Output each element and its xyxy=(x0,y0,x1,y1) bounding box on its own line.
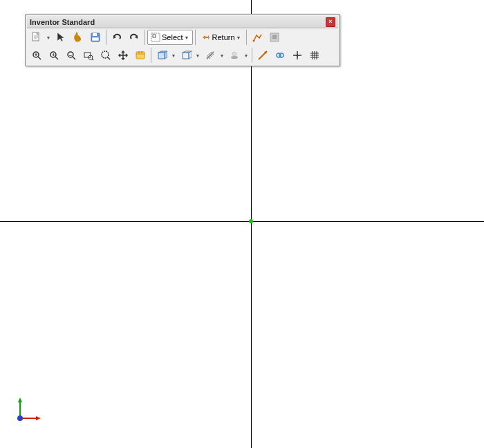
new-btn-group: ▼ xyxy=(28,30,52,45)
undo-button[interactable] xyxy=(109,30,125,45)
select-button-label: Select xyxy=(162,33,183,41)
new-icon xyxy=(31,32,42,43)
undo-icon xyxy=(111,32,122,43)
box-button-arrow[interactable]: ▼ xyxy=(170,48,177,63)
zoom-in-button[interactable]: + xyxy=(46,48,62,63)
svg-marker-3 xyxy=(36,416,41,420)
axis-indicator xyxy=(10,394,44,429)
return-button[interactable]: Return ▼ xyxy=(198,30,245,45)
canvas-area xyxy=(0,0,484,448)
dots-btn-group: ▼ xyxy=(226,48,250,63)
toolbar-row-1: ▼ xyxy=(27,28,338,46)
svg-line-24 xyxy=(38,57,41,59)
save-button[interactable] xyxy=(87,30,104,45)
toolbar-row-2: + – xyxy=(27,46,338,64)
svg-line-37 xyxy=(107,57,110,59)
view-icon xyxy=(135,50,146,61)
select-dropdown-button[interactable]: Select ▼ xyxy=(147,30,193,45)
select-cursor-button[interactable] xyxy=(53,30,69,45)
return-icon xyxy=(201,32,211,42)
select-box-icon xyxy=(151,32,160,42)
gray-button[interactable] xyxy=(266,30,283,45)
zoom-in-icon: + xyxy=(48,50,59,61)
ground-icon xyxy=(229,50,240,61)
svg-point-4 xyxy=(17,416,23,421)
sep-4 xyxy=(246,30,247,45)
zoom-window-button[interactable] xyxy=(80,48,97,63)
new-button-arrow[interactable]: ▼ xyxy=(45,30,52,45)
svg-rect-17 xyxy=(153,35,156,37)
grid-icon xyxy=(309,50,320,61)
svg-marker-47 xyxy=(189,51,192,59)
svg-marker-44 xyxy=(165,51,167,59)
properties-icon xyxy=(269,32,280,43)
box2-button-arrow[interactable]: ▼ xyxy=(194,48,201,63)
box-icon xyxy=(156,50,167,61)
shadow-button[interactable] xyxy=(202,48,218,63)
sep-1 xyxy=(106,30,106,45)
toolbar-close-button[interactable]: × xyxy=(326,17,335,27)
dots-button-arrow[interactable]: ▼ xyxy=(243,48,250,63)
svg-point-52 xyxy=(232,52,236,56)
view-button[interactable] xyxy=(132,48,149,63)
save-icon xyxy=(90,32,101,43)
sep-6 xyxy=(252,48,252,63)
redo-icon xyxy=(129,32,140,43)
box-btn-group: ▼ xyxy=(153,48,177,63)
sep-2 xyxy=(145,30,145,45)
ray-button[interactable] xyxy=(254,48,271,63)
axis-intersection-dot xyxy=(249,219,253,223)
zoom-out-icon: – xyxy=(66,50,77,61)
zoom-out-button[interactable]: – xyxy=(63,48,80,63)
svg-point-51 xyxy=(231,56,238,59)
toolbar-title: Inventor Standard xyxy=(30,18,95,26)
select-dropdown-arrow: ▼ xyxy=(185,35,189,40)
center-icon xyxy=(292,50,303,61)
ground-button[interactable] xyxy=(226,48,243,63)
sketch-icon xyxy=(252,32,263,43)
svg-marker-1 xyxy=(18,398,22,402)
svg-rect-20 xyxy=(270,33,279,41)
box2-btn-group: ▼ xyxy=(178,48,201,63)
return-button-label: Return xyxy=(212,33,235,41)
return-dropdown-arrow: ▼ xyxy=(236,35,241,40)
svg-rect-13 xyxy=(92,37,99,41)
box2-icon xyxy=(180,50,192,61)
select-cursor-icon xyxy=(55,32,66,43)
box2-button[interactable] xyxy=(178,48,194,63)
toolbar-panel: Inventor Standard × ▼ xyxy=(25,14,340,66)
hand-button[interactable] xyxy=(70,30,86,45)
svg-rect-38 xyxy=(136,52,145,59)
select-dropdown-group: Select ▼ xyxy=(147,30,193,45)
shadow-button-arrow[interactable]: ▼ xyxy=(218,48,225,63)
svg-text:–: – xyxy=(69,52,73,58)
chain-icon xyxy=(274,50,286,61)
new-button[interactable] xyxy=(28,30,45,45)
svg-marker-18 xyxy=(203,35,210,39)
box-button[interactable] xyxy=(153,48,170,63)
pan-icon xyxy=(118,50,129,61)
sketch-button[interactable] xyxy=(249,30,266,45)
horizontal-axis-line xyxy=(0,221,484,222)
center-button[interactable] xyxy=(289,48,306,63)
svg-rect-42 xyxy=(158,53,165,59)
svg-point-59 xyxy=(297,55,299,57)
svg-line-31 xyxy=(73,57,75,59)
svg-rect-45 xyxy=(183,53,189,59)
sep-3 xyxy=(195,30,196,45)
redo-button[interactable] xyxy=(126,30,142,45)
svg-point-56 xyxy=(279,53,283,57)
shadow-icon xyxy=(205,50,216,61)
zoom-selected-button[interactable] xyxy=(97,48,114,63)
zoom-fit-button[interactable] xyxy=(28,48,45,63)
svg-line-35 xyxy=(92,59,93,60)
vertical-axis-line xyxy=(251,0,252,448)
ray-icon xyxy=(257,50,268,61)
pan-button[interactable] xyxy=(115,48,131,63)
grid-button[interactable] xyxy=(306,48,323,63)
svg-line-28 xyxy=(55,57,58,59)
sep-5 xyxy=(151,48,151,63)
chain-button[interactable] xyxy=(272,48,288,63)
toolbar-title-bar: Inventor Standard × xyxy=(27,16,338,28)
zoom-selected-icon xyxy=(100,50,111,61)
